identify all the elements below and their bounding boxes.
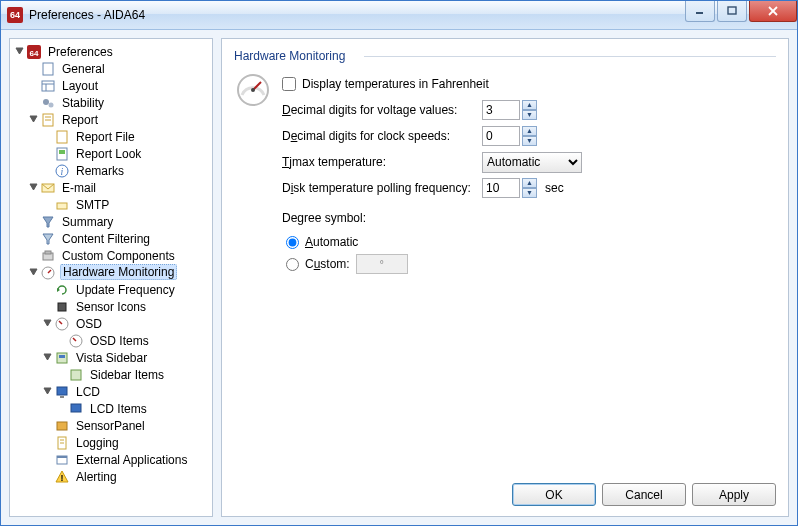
- cancel-button[interactable]: Cancel: [602, 483, 686, 506]
- minimize-button[interactable]: [685, 1, 715, 22]
- gadget-icon: [68, 367, 84, 383]
- sidebar-item-summary[interactable]: Summary: [12, 213, 210, 230]
- app-icon: 64: [7, 7, 23, 23]
- degree-custom-radio[interactable]: [286, 258, 299, 271]
- tree-label: General: [60, 62, 107, 76]
- svg-rect-19: [59, 150, 65, 154]
- fahrenheit-row: Display temperatures in Fahrenheit: [282, 71, 776, 97]
- voltage-digits-input[interactable]: [482, 100, 520, 120]
- page-icon: [40, 61, 56, 77]
- sidebar-item-external-apps[interactable]: External Applications: [12, 451, 210, 468]
- tree-label: External Applications: [74, 453, 189, 467]
- sidebar-item-hardware-monitoring[interactable]: Hardware Monitoring: [12, 264, 210, 281]
- window-title: Preferences - AIDA64: [29, 8, 683, 22]
- tree-label: OSD Items: [88, 334, 151, 348]
- titlebar: 64 Preferences - AIDA64: [1, 1, 797, 30]
- gauge-icon: [54, 316, 70, 332]
- sidebar-item-custom-components[interactable]: Custom Components: [12, 247, 210, 264]
- disk-step-up[interactable]: ▲: [522, 178, 537, 188]
- sidebar-item-report-look[interactable]: Report Look: [12, 145, 210, 162]
- chevron-down-icon[interactable]: [26, 266, 40, 280]
- svg-rect-28: [45, 251, 51, 254]
- sidebar-tree[interactable]: 64 Preferences General Layout Stability …: [9, 38, 213, 517]
- sidebar-item-content-filtering[interactable]: Content Filtering: [12, 230, 210, 247]
- tree-label: E-mail: [60, 181, 98, 195]
- svg-rect-45: [60, 396, 64, 398]
- sidebar-item-logging[interactable]: Logging: [12, 434, 210, 451]
- gadget-icon: [54, 350, 70, 366]
- close-button[interactable]: [749, 1, 797, 22]
- chevron-down-icon[interactable]: [40, 317, 54, 331]
- sidebar-item-sensor-icons[interactable]: Sensor Icons: [12, 298, 210, 315]
- clock-digits-input[interactable]: [482, 126, 520, 146]
- svg-rect-7: [43, 63, 53, 75]
- ok-button[interactable]: OK: [512, 483, 596, 506]
- chevron-down-icon[interactable]: [26, 113, 40, 127]
- tree-label: Custom Components: [60, 249, 177, 263]
- svg-marker-43: [44, 388, 51, 394]
- sidebar-item-osd-items[interactable]: OSD Items: [12, 332, 210, 349]
- sidebar-item-alerting[interactable]: !Alerting: [12, 468, 210, 485]
- clock-step-down[interactable]: ▼: [522, 136, 537, 146]
- svg-text:!: !: [61, 473, 64, 483]
- sidebar-item-osd[interactable]: OSD: [12, 315, 210, 332]
- sidebar-item-stability[interactable]: Stability: [12, 94, 210, 111]
- warning-icon: !: [54, 469, 70, 485]
- sidebar-item-sensorpanel[interactable]: SensorPanel: [12, 417, 210, 434]
- filter-icon: [40, 231, 56, 247]
- tree-label: Content Filtering: [60, 232, 152, 246]
- sidebar-item-report-file[interactable]: Report File: [12, 128, 210, 145]
- gauge-large-icon: [236, 73, 270, 107]
- svg-rect-44: [57, 387, 67, 395]
- fahrenheit-checkbox[interactable]: [282, 77, 296, 91]
- sidebar-item-vista-sidebar[interactable]: Vista Sidebar: [12, 349, 210, 366]
- tree-label: LCD: [74, 385, 102, 399]
- maximize-button[interactable]: [717, 1, 747, 22]
- tree-label: Hardware Monitoring: [60, 264, 177, 280]
- sidebar-item-sidebar-items[interactable]: Sidebar Items: [12, 366, 210, 383]
- tjmax-select[interactable]: Automatic: [482, 152, 582, 173]
- tree-label: Summary: [60, 215, 115, 229]
- degree-custom-input: °: [356, 254, 408, 274]
- info-icon: i: [54, 163, 70, 179]
- sidebar-item-smtp[interactable]: SMTP: [12, 196, 210, 213]
- chevron-down-icon[interactable]: [12, 45, 26, 59]
- tree-label: Sidebar Items: [88, 368, 166, 382]
- sidebar-item-general[interactable]: General: [12, 60, 210, 77]
- degree-automatic-radio[interactable]: [286, 236, 299, 249]
- fahrenheit-label: Display temperatures in Fahrenheit: [302, 77, 489, 91]
- disk-step-down[interactable]: ▼: [522, 188, 537, 198]
- tree-label: OSD: [74, 317, 104, 331]
- sidebar-item-lcd[interactable]: LCD: [12, 383, 210, 400]
- sidebar-item-layout[interactable]: Layout: [12, 77, 210, 94]
- smtp-icon: [54, 197, 70, 213]
- voltage-step-up[interactable]: ▲: [522, 100, 537, 110]
- chevron-down-icon[interactable]: [40, 385, 54, 399]
- tree-label: Logging: [74, 436, 121, 450]
- report-look-icon: [54, 146, 70, 162]
- sidebar-item-lcd-items[interactable]: LCD Items: [12, 400, 210, 417]
- svg-text:i: i: [61, 166, 64, 177]
- sidebar-item-update-frequency[interactable]: Update Frequency: [12, 281, 210, 298]
- sidebar-item-remarks[interactable]: iRemarks: [12, 162, 210, 179]
- chevron-down-icon[interactable]: [40, 351, 54, 365]
- svg-rect-42: [71, 370, 81, 380]
- tree-label: Update Frequency: [74, 283, 177, 297]
- sidebar-item-email[interactable]: E-mail: [12, 179, 210, 196]
- voltage-step-down[interactable]: ▼: [522, 110, 537, 120]
- tree-root-preferences[interactable]: 64 Preferences: [12, 43, 210, 60]
- degree-symbol-heading: Degree symbol:: [282, 211, 776, 225]
- sidebar-item-report[interactable]: Report: [12, 111, 210, 128]
- apply-button[interactable]: Apply: [692, 483, 776, 506]
- clock-step-up[interactable]: ▲: [522, 126, 537, 136]
- disk-poll-input[interactable]: [482, 178, 520, 198]
- window-icon: [54, 452, 70, 468]
- mail-icon: [40, 180, 56, 196]
- settings-panel: Hardware Monitoring Display temperatures…: [221, 38, 789, 517]
- svg-marker-4: [16, 48, 23, 54]
- chevron-down-icon[interactable]: [26, 181, 40, 195]
- svg-point-11: [43, 99, 49, 105]
- svg-rect-46: [71, 404, 81, 412]
- layout-icon: [40, 78, 56, 94]
- tree-label: LCD Items: [88, 402, 149, 416]
